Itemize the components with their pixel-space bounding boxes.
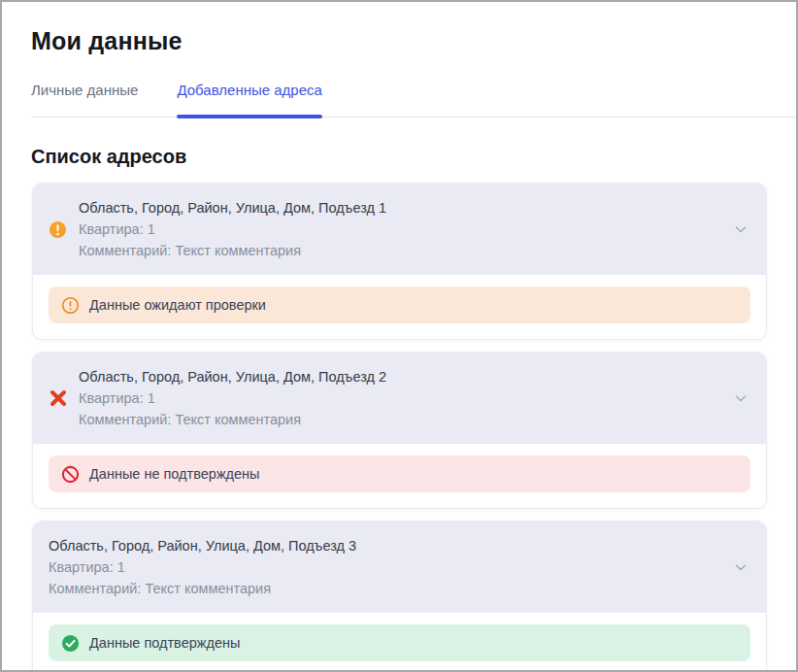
status-banner-pending: Данные ожидают проверки	[49, 286, 750, 323]
cross-icon	[49, 389, 67, 408]
address-info: Область, Город, Район, Улица, Дом, Подъе…	[79, 366, 719, 430]
tab-added-addresses[interactable]: Добавленные адреса	[177, 82, 321, 117]
page-title: Мои данные	[31, 27, 767, 55]
tabs: Личные данные Добавленные адреса	[31, 82, 796, 118]
address-line: Область, Город, Район, Улица, Дом, Подъе…	[49, 535, 719, 556]
address-card-rejected: Область, Город, Район, Улица, Дом, Подъе…	[32, 352, 767, 509]
address-card-confirmed: Область, Город, Район, Улица, Дом, Подъе…	[32, 521, 767, 672]
address-line: Область, Город, Район, Улица, Дом, Подъе…	[79, 366, 719, 387]
chevron-down-icon[interactable]	[731, 219, 750, 239]
check-circle-icon	[61, 634, 80, 653]
address-card-pending: Область, Город, Район, Улица, Дом, Подъе…	[32, 183, 767, 340]
status-text: Данные ожидают проверки	[89, 297, 266, 313]
address-line: Область, Город, Район, Улица, Дом, Подъе…	[79, 197, 719, 218]
apartment-line: Квартира: 1	[79, 218, 719, 240]
address-card-header[interactable]: Область, Город, Район, Улица, Дом, Подъе…	[33, 353, 766, 444]
block-icon	[61, 465, 80, 484]
my-data-page: Мои данные Личные данные Добавленные адр…	[0, 0, 798, 672]
status-text: Данные подтверждены	[89, 635, 240, 651]
tab-added-addresses-label: Добавленные адреса	[177, 82, 321, 98]
address-info: Область, Город, Район, Улица, Дом, Подъе…	[79, 197, 719, 261]
status-banner-confirmed: Данные подтверждены	[49, 624, 750, 661]
apartment-line: Квартира: 1	[79, 387, 719, 409]
comment-line: Комментарий: Текст комментария	[79, 240, 719, 261]
tab-personal-data-label: Личные данные	[31, 82, 138, 98]
tab-personal-data[interactable]: Личные данные	[31, 82, 138, 117]
active-tab-indicator	[177, 115, 321, 118]
status-banner-rejected: Данные не подтверждены	[49, 455, 750, 492]
address-card-header[interactable]: Область, Город, Район, Улица, Дом, Подъе…	[33, 184, 766, 275]
address-list: Область, Город, Район, Улица, Дом, Подъе…	[32, 183, 767, 672]
status-text: Данные не подтверждены	[89, 466, 260, 482]
section-title: Список адресов	[31, 146, 767, 168]
comment-line: Комментарий: Текст комментария	[79, 409, 719, 430]
warning-circle-icon	[49, 220, 67, 239]
chevron-down-icon[interactable]	[731, 388, 750, 408]
apartment-line: Квартира: 1	[49, 556, 719, 578]
comment-line: Комментарий: Текст комментария	[49, 578, 719, 599]
address-info: Область, Город, Район, Улица, Дом, Подъе…	[49, 535, 719, 599]
address-card-header[interactable]: Область, Город, Район, Улица, Дом, Подъе…	[33, 521, 766, 613]
alert-outline-circle-icon	[61, 296, 80, 315]
chevron-down-icon[interactable]	[731, 557, 750, 577]
